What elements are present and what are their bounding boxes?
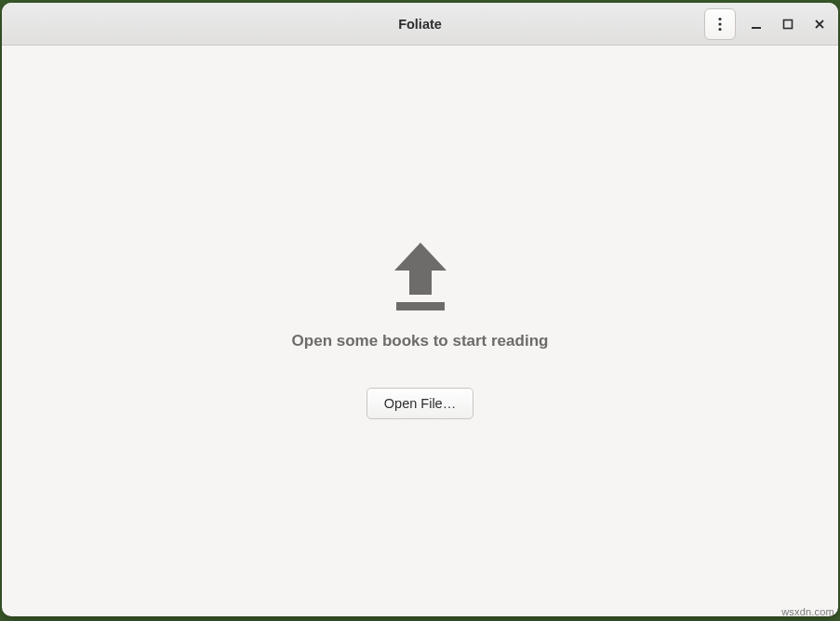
svg-rect-4 <box>784 20 793 28</box>
minimize-button[interactable] <box>745 13 767 35</box>
svg-point-1 <box>718 22 721 25</box>
app-window: Foliate <box>2 3 838 616</box>
kebab-icon <box>713 17 727 32</box>
maximize-icon <box>782 19 793 30</box>
menu-button[interactable] <box>704 8 736 40</box>
svg-marker-7 <box>394 243 447 295</box>
svg-rect-8 <box>396 302 445 310</box>
close-icon <box>814 19 825 30</box>
empty-state-message: Open some books to start reading <box>292 332 549 350</box>
close-button[interactable] <box>808 13 831 35</box>
minimize-icon <box>751 19 762 30</box>
maximize-button[interactable] <box>777 13 799 35</box>
content-area: Open some books to start reading Open Fi… <box>2 46 838 616</box>
open-file-button[interactable]: Open File… <box>367 388 473 419</box>
svg-point-2 <box>718 27 721 30</box>
headerbar: Foliate <box>2 3 838 46</box>
svg-rect-3 <box>752 27 761 29</box>
watermark-text: wsxdn.com <box>781 606 834 617</box>
header-right-group <box>704 8 831 40</box>
svg-point-0 <box>718 17 721 20</box>
upload-arrow-icon <box>385 243 456 315</box>
